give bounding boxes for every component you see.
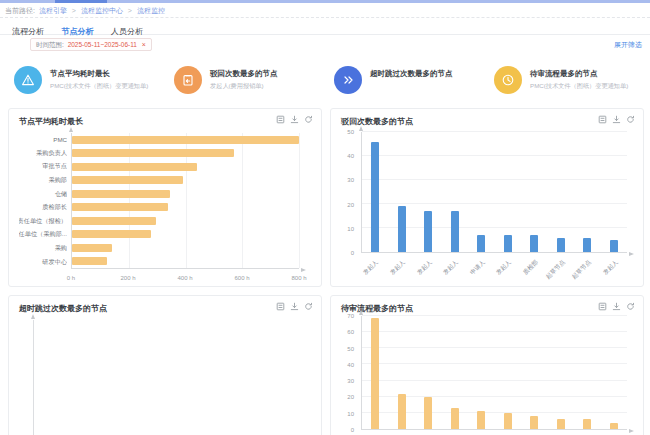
- most-skipped-empty-chart[interactable]: [19, 320, 313, 435]
- download-icon[interactable]: [612, 115, 621, 124]
- download-icon[interactable]: [290, 302, 299, 311]
- time-range-value: 2025-05-11~2025-06-11: [68, 41, 137, 48]
- download-icon[interactable]: [290, 115, 299, 124]
- clipboard-return-icon: [174, 66, 202, 94]
- chart-title: 超时跳过次数最多的节点: [19, 303, 107, 314]
- skip-forward-icon: [334, 66, 362, 94]
- chart-title: 驳回次数最多的节点: [341, 116, 413, 127]
- breadcrumb-prefix: 当前路径:: [5, 7, 35, 14]
- stat-card-title: 待审流程最多的节点: [530, 69, 598, 79]
- top-scroll-thumb[interactable]: [55, 0, 107, 3]
- breadcrumb: 当前路径: 流程引擎 > 流程监控中心 > 流程监控: [5, 6, 167, 16]
- refresh-icon[interactable]: [304, 115, 313, 124]
- breadcrumb-item-monitor-center[interactable]: 流程监控中心: [81, 7, 123, 14]
- chart-title: 节点平均耗时最长: [19, 116, 83, 127]
- close-icon[interactable]: ×: [142, 41, 146, 48]
- clock-icon: [494, 66, 522, 94]
- most-pending-bar-chart[interactable]: 010203040506070: [341, 316, 635, 435]
- chart-toolbar: [598, 115, 635, 124]
- breadcrumb-item-engine[interactable]: 流程引擎: [39, 7, 67, 14]
- refresh-icon[interactable]: [304, 302, 313, 311]
- time-range-label: 时间范围:: [36, 41, 64, 48]
- chart-toolbar: [276, 302, 313, 311]
- breadcrumb-item-monitor[interactable]: 流程监控: [137, 7, 165, 14]
- warning-triangle-icon: [14, 66, 42, 94]
- stat-card-most-pending: 待审流程最多的节点 PMC(技术文件（图纸）变更通知单): [492, 62, 644, 102]
- stat-card-avg-duration: 节点平均耗时最长 PMC(技术文件（图纸）变更通知单): [12, 62, 164, 102]
- stat-card-most-rejected: 驳回次数最多的节点 发起人(费用报销单): [172, 62, 324, 102]
- top-scroll-strip: [0, 0, 650, 3]
- avg-duration-bar-chart[interactable]: PMC采购负责人审批节点采购部仓储质检部长责任单位（报检）责任单位（采购部...…: [19, 133, 313, 281]
- stat-card-subtitle: PMC(技术文件（图纸）变更通知单): [530, 82, 628, 91]
- download-icon[interactable]: [612, 302, 621, 311]
- breadcrumb-divider: [0, 17, 650, 18]
- stat-card-title: 驳回次数最多的节点: [210, 69, 278, 79]
- data-view-icon[interactable]: [276, 302, 285, 311]
- chart-card-most-pending: 待审流程最多的节点 010203040506070: [330, 295, 644, 435]
- breadcrumb-separator: >: [72, 7, 76, 14]
- chart-toolbar: [276, 115, 313, 124]
- stat-card-subtitle: PMC(技术文件（图纸）变更通知单): [50, 82, 148, 91]
- data-view-icon[interactable]: [598, 302, 607, 311]
- stat-card-title: 节点平均耗时最长: [50, 69, 110, 79]
- chart-card-most-rejected: 驳回次数最多的节点 01020304050发起人发起人发起人发起人申请人发起人质…: [330, 108, 644, 287]
- stat-card-subtitle: 发起人(费用报销单): [210, 82, 264, 91]
- most-rejected-bar-chart[interactable]: 01020304050发起人发起人发起人发起人申请人发起人质检部起草节点起草节点…: [341, 132, 635, 282]
- stat-card-most-skipped: 超时跳过次数最多的节点: [332, 62, 484, 102]
- breadcrumb-separator: >: [128, 7, 132, 14]
- analysis-tabs: 流程分析 节点分析 人员分析: [0, 20, 650, 35]
- chart-card-avg-duration: 节点平均耗时最长 PMC采购负责人审批节点采购部仓储质检部长责任单位（报检）责任…: [8, 108, 322, 287]
- stat-card-title: 超时跳过次数最多的节点: [370, 69, 453, 79]
- refresh-icon[interactable]: [626, 115, 635, 124]
- process-monitor-page: 当前路径: 流程引擎 > 流程监控中心 > 流程监控 流程分析 节点分析 人员分…: [0, 0, 650, 435]
- refresh-icon[interactable]: [626, 302, 635, 311]
- chart-card-most-skipped: 超时跳过次数最多的节点: [8, 295, 322, 435]
- chart-toolbar: [598, 302, 635, 311]
- expand-filter-link[interactable]: 展开筛选: [614, 40, 642, 50]
- data-view-icon[interactable]: [598, 115, 607, 124]
- data-view-icon[interactable]: [276, 115, 285, 124]
- time-range-filter-tag[interactable]: 时间范围: 2025-05-11~2025-06-11 ×: [30, 38, 152, 51]
